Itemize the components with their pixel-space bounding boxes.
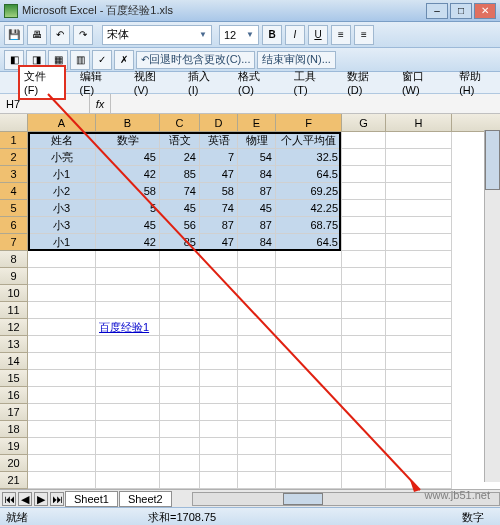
save-icon[interactable]: 💾 <box>4 25 24 45</box>
end-review-button[interactable]: 结束审阅(N)... <box>257 51 335 69</box>
cell[interactable] <box>342 404 386 421</box>
cell[interactable] <box>342 132 386 149</box>
cell[interactable]: 87 <box>200 217 238 234</box>
cell[interactable] <box>238 302 276 319</box>
row-header[interactable]: 5 <box>0 200 28 217</box>
cell[interactable] <box>276 438 342 455</box>
cell[interactable] <box>160 268 200 285</box>
row-header[interactable]: 20 <box>0 455 28 472</box>
cell[interactable] <box>386 387 452 404</box>
cell[interactable] <box>200 319 238 336</box>
underline-button[interactable]: U <box>308 25 328 45</box>
cell[interactable] <box>200 370 238 387</box>
cell[interactable]: 84 <box>238 166 276 183</box>
cell[interactable] <box>276 268 342 285</box>
cell[interactable] <box>386 268 452 285</box>
cell[interactable] <box>200 285 238 302</box>
col-header-f[interactable]: F <box>276 114 342 131</box>
cell[interactable] <box>342 234 386 251</box>
cell[interactable]: 32.5 <box>276 149 342 166</box>
cell[interactable] <box>386 404 452 421</box>
cell[interactable] <box>276 370 342 387</box>
cell[interactable] <box>386 319 452 336</box>
name-box[interactable]: H7 <box>0 94 90 113</box>
sheet-tab[interactable]: Sheet1 <box>65 491 118 507</box>
cell[interactable] <box>238 421 276 438</box>
cell[interactable] <box>200 387 238 404</box>
cell[interactable] <box>200 336 238 353</box>
cell[interactable] <box>96 336 160 353</box>
cell[interactable] <box>96 285 160 302</box>
row-header[interactable]: 11 <box>0 302 28 319</box>
cell[interactable] <box>238 472 276 489</box>
track-changes-button[interactable]: ↶ 回退时包含更改(C)... <box>136 51 255 69</box>
tab-nav-next-icon[interactable]: ▶ <box>34 492 48 506</box>
cell[interactable] <box>200 302 238 319</box>
col-header-b[interactable]: B <box>96 114 160 131</box>
cell[interactable] <box>386 370 452 387</box>
col-header-a[interactable]: A <box>28 114 96 131</box>
cell[interactable]: 84 <box>238 234 276 251</box>
cell[interactable] <box>342 353 386 370</box>
cell[interactable] <box>96 455 160 472</box>
cell[interactable] <box>200 438 238 455</box>
cell[interactable]: 数学 <box>96 132 160 149</box>
cell[interactable] <box>276 421 342 438</box>
cell[interactable] <box>342 166 386 183</box>
row-header[interactable]: 1 <box>0 132 28 149</box>
cell[interactable] <box>160 404 200 421</box>
sheet-tab[interactable]: Sheet2 <box>119 491 172 507</box>
print-icon[interactable]: 🖶 <box>27 25 47 45</box>
cell[interactable] <box>276 472 342 489</box>
italic-button[interactable]: I <box>285 25 305 45</box>
cell[interactable] <box>160 353 200 370</box>
cell[interactable] <box>386 132 452 149</box>
cell[interactable] <box>96 421 160 438</box>
cell[interactable] <box>276 319 342 336</box>
cell[interactable]: 45 <box>96 149 160 166</box>
cell[interactable] <box>276 302 342 319</box>
col-header-d[interactable]: D <box>200 114 238 131</box>
cell[interactable]: 小1 <box>28 234 96 251</box>
cell[interactable]: 64.5 <box>276 166 342 183</box>
cell[interactable] <box>200 404 238 421</box>
close-button[interactable]: ✕ <box>474 3 496 19</box>
cell[interactable] <box>28 472 96 489</box>
cell[interactable] <box>386 421 452 438</box>
cell[interactable] <box>386 183 452 200</box>
cell[interactable] <box>160 251 200 268</box>
row-header[interactable]: 4 <box>0 183 28 200</box>
cell[interactable] <box>28 353 96 370</box>
cell[interactable] <box>276 353 342 370</box>
formula-input[interactable] <box>110 94 500 113</box>
cell[interactable] <box>342 285 386 302</box>
cell[interactable] <box>386 285 452 302</box>
cell[interactable]: 小1 <box>28 166 96 183</box>
maximize-button[interactable]: □ <box>450 3 472 19</box>
cell[interactable]: 85 <box>160 234 200 251</box>
cell[interactable] <box>28 302 96 319</box>
cell[interactable] <box>28 404 96 421</box>
cell[interactable] <box>276 455 342 472</box>
cell[interactable] <box>200 472 238 489</box>
align-center-icon[interactable]: ≡ <box>354 25 374 45</box>
cell[interactable]: 42 <box>96 234 160 251</box>
cell[interactable] <box>276 336 342 353</box>
cell[interactable]: 74 <box>160 183 200 200</box>
cell[interactable] <box>160 455 200 472</box>
cell[interactable] <box>96 472 160 489</box>
select-all-corner[interactable] <box>0 114 28 131</box>
cell[interactable] <box>160 370 200 387</box>
cell[interactable] <box>200 268 238 285</box>
cell[interactable] <box>160 472 200 489</box>
align-left-icon[interactable]: ≡ <box>331 25 351 45</box>
bold-button[interactable]: B <box>262 25 282 45</box>
cell[interactable] <box>342 200 386 217</box>
redo-icon[interactable]: ↷ <box>73 25 93 45</box>
cell[interactable]: 54 <box>238 149 276 166</box>
cell[interactable] <box>238 387 276 404</box>
cell[interactable] <box>96 268 160 285</box>
cell[interactable]: 24 <box>160 149 200 166</box>
cell[interactable] <box>96 353 160 370</box>
cell[interactable] <box>96 404 160 421</box>
